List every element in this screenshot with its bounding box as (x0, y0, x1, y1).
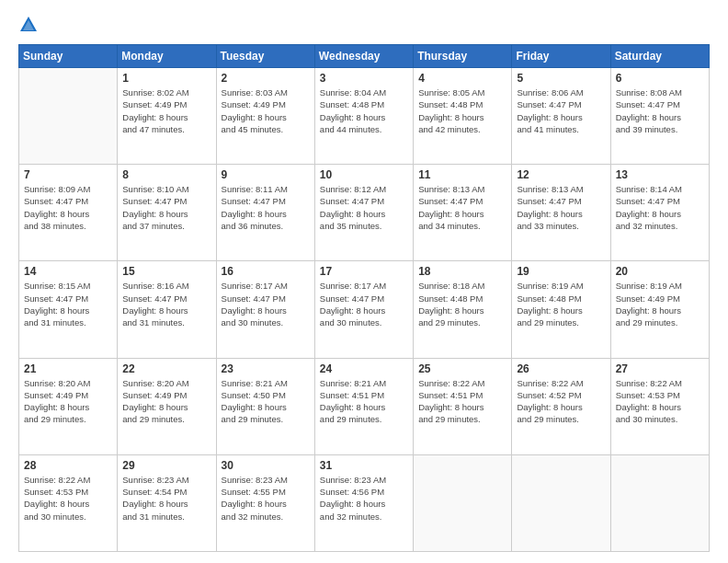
day-info: Sunrise: 8:11 AM Sunset: 4:47 PM Dayligh… (222, 183, 310, 232)
calendar-cell: 25Sunrise: 8:22 AM Sunset: 4:51 PM Dayli… (414, 358, 512, 454)
day-number: 26 (517, 362, 605, 375)
calendar-cell (19, 68, 118, 165)
day-number: 14 (24, 265, 112, 278)
day-number: 18 (418, 265, 506, 278)
day-number: 28 (24, 459, 112, 472)
calendar-cell: 12Sunrise: 8:13 AM Sunset: 4:47 PM Dayli… (512, 165, 610, 261)
calendar-cell: 1Sunrise: 8:02 AM Sunset: 4:49 PM Daylig… (118, 68, 216, 165)
day-info: Sunrise: 8:17 AM Sunset: 4:47 PM Dayligh… (320, 280, 408, 328)
calendar-week-row: 1Sunrise: 8:02 AM Sunset: 4:49 PM Daylig… (19, 68, 710, 165)
day-info: Sunrise: 8:16 AM Sunset: 4:47 PM Dayligh… (122, 280, 210, 328)
calendar-cell: 15Sunrise: 8:16 AM Sunset: 4:47 PM Dayli… (118, 261, 216, 358)
day-number: 13 (616, 168, 704, 181)
calendar-cell: 2Sunrise: 8:03 AM Sunset: 4:49 PM Daylig… (216, 68, 314, 165)
calendar-week-row: 7Sunrise: 8:09 AM Sunset: 4:47 PM Daylig… (19, 165, 710, 261)
calendar-cell: 21Sunrise: 8:20 AM Sunset: 4:49 PM Dayli… (19, 358, 118, 454)
day-info: Sunrise: 8:20 AM Sunset: 4:49 PM Dayligh… (122, 377, 210, 426)
day-number: 15 (122, 265, 210, 278)
day-number: 25 (418, 362, 506, 375)
day-number: 9 (222, 168, 310, 181)
day-info: Sunrise: 8:10 AM Sunset: 4:47 PM Dayligh… (122, 183, 210, 232)
calendar-cell (414, 454, 512, 551)
day-info: Sunrise: 8:22 AM Sunset: 4:51 PM Dayligh… (418, 377, 506, 426)
weekday-monday: Monday (118, 45, 216, 68)
day-info: Sunrise: 8:22 AM Sunset: 4:52 PM Dayligh… (517, 377, 605, 426)
calendar-cell: 3Sunrise: 8:04 AM Sunset: 4:48 PM Daylig… (314, 68, 413, 165)
calendar-cell (512, 454, 610, 551)
day-number: 7 (24, 168, 112, 181)
calendar-cell: 27Sunrise: 8:22 AM Sunset: 4:53 PM Dayli… (610, 358, 709, 454)
day-info: Sunrise: 8:03 AM Sunset: 4:49 PM Dayligh… (222, 86, 310, 135)
calendar-cell: 10Sunrise: 8:12 AM Sunset: 4:47 PM Dayli… (314, 165, 413, 261)
page: SundayMondayTuesdayWednesdayThursdayFrid… (0, 0, 728, 563)
day-info: Sunrise: 8:18 AM Sunset: 4:48 PM Dayligh… (418, 280, 506, 328)
calendar-cell (610, 454, 709, 551)
day-info: Sunrise: 8:22 AM Sunset: 4:53 PM Dayligh… (24, 474, 112, 523)
day-number: 4 (418, 72, 506, 85)
calendar-cell: 17Sunrise: 8:17 AM Sunset: 4:47 PM Dayli… (314, 261, 413, 358)
day-number: 8 (122, 168, 210, 181)
calendar-cell: 20Sunrise: 8:19 AM Sunset: 4:49 PM Dayli… (610, 261, 709, 358)
weekday-friday: Friday (512, 45, 610, 68)
day-info: Sunrise: 8:20 AM Sunset: 4:49 PM Dayligh… (24, 377, 112, 426)
day-number: 10 (320, 168, 408, 181)
day-info: Sunrise: 8:19 AM Sunset: 4:48 PM Dayligh… (517, 280, 605, 328)
calendar-cell: 9Sunrise: 8:11 AM Sunset: 4:47 PM Daylig… (216, 165, 314, 261)
calendar-cell: 30Sunrise: 8:23 AM Sunset: 4:55 PM Dayli… (216, 454, 314, 551)
day-info: Sunrise: 8:08 AM Sunset: 4:47 PM Dayligh… (616, 86, 704, 135)
header (18, 17, 710, 35)
day-info: Sunrise: 8:13 AM Sunset: 4:47 PM Dayligh… (418, 183, 506, 232)
day-info: Sunrise: 8:05 AM Sunset: 4:48 PM Dayligh… (418, 86, 506, 135)
day-info: Sunrise: 8:09 AM Sunset: 4:47 PM Dayligh… (24, 183, 112, 232)
day-number: 5 (517, 72, 605, 85)
calendar-week-row: 21Sunrise: 8:20 AM Sunset: 4:49 PM Dayli… (19, 358, 710, 454)
day-number: 29 (122, 459, 210, 472)
logo (18, 17, 42, 35)
calendar-cell: 26Sunrise: 8:22 AM Sunset: 4:52 PM Dayli… (512, 358, 610, 454)
day-number: 21 (24, 362, 112, 375)
day-info: Sunrise: 8:17 AM Sunset: 4:47 PM Dayligh… (222, 280, 310, 328)
day-number: 17 (320, 265, 408, 278)
day-number: 1 (122, 72, 210, 85)
calendar-cell: 6Sunrise: 8:08 AM Sunset: 4:47 PM Daylig… (610, 68, 709, 165)
day-info: Sunrise: 8:13 AM Sunset: 4:47 PM Dayligh… (517, 183, 605, 232)
day-info: Sunrise: 8:04 AM Sunset: 4:48 PM Dayligh… (320, 86, 408, 135)
day-info: Sunrise: 8:06 AM Sunset: 4:47 PM Dayligh… (517, 86, 605, 135)
calendar-cell: 23Sunrise: 8:21 AM Sunset: 4:50 PM Dayli… (216, 358, 314, 454)
day-info: Sunrise: 8:14 AM Sunset: 4:47 PM Dayligh… (616, 183, 704, 232)
day-info: Sunrise: 8:21 AM Sunset: 4:50 PM Dayligh… (222, 377, 310, 426)
calendar-cell: 18Sunrise: 8:18 AM Sunset: 4:48 PM Dayli… (414, 261, 512, 358)
weekday-sunday: Sunday (19, 45, 118, 68)
calendar-cell: 13Sunrise: 8:14 AM Sunset: 4:47 PM Dayli… (610, 165, 709, 261)
day-info: Sunrise: 8:23 AM Sunset: 4:56 PM Dayligh… (320, 474, 408, 523)
day-info: Sunrise: 8:15 AM Sunset: 4:47 PM Dayligh… (24, 280, 112, 328)
day-number: 27 (616, 362, 704, 375)
day-number: 23 (222, 362, 310, 375)
day-number: 3 (320, 72, 408, 85)
logo-icon (18, 15, 39, 35)
day-number: 19 (517, 265, 605, 278)
calendar-cell: 7Sunrise: 8:09 AM Sunset: 4:47 PM Daylig… (19, 165, 118, 261)
calendar-cell: 31Sunrise: 8:23 AM Sunset: 4:56 PM Dayli… (314, 454, 413, 551)
calendar-cell: 29Sunrise: 8:23 AM Sunset: 4:54 PM Dayli… (118, 454, 216, 551)
day-info: Sunrise: 8:22 AM Sunset: 4:53 PM Dayligh… (616, 377, 704, 426)
day-number: 16 (222, 265, 310, 278)
calendar-table: SundayMondayTuesdayWednesdayThursdayFrid… (18, 44, 710, 552)
calendar-cell: 22Sunrise: 8:20 AM Sunset: 4:49 PM Dayli… (118, 358, 216, 454)
calendar-week-row: 14Sunrise: 8:15 AM Sunset: 4:47 PM Dayli… (19, 261, 710, 358)
day-number: 30 (222, 459, 310, 472)
calendar-cell: 14Sunrise: 8:15 AM Sunset: 4:47 PM Dayli… (19, 261, 118, 358)
day-number: 20 (616, 265, 704, 278)
day-info: Sunrise: 8:12 AM Sunset: 4:47 PM Dayligh… (320, 183, 408, 232)
weekday-saturday: Saturday (610, 45, 709, 68)
day-info: Sunrise: 8:02 AM Sunset: 4:49 PM Dayligh… (122, 86, 210, 135)
day-number: 12 (517, 168, 605, 181)
day-info: Sunrise: 8:21 AM Sunset: 4:51 PM Dayligh… (320, 377, 408, 426)
day-number: 2 (222, 72, 310, 85)
weekday-thursday: Thursday (414, 45, 512, 68)
calendar-cell: 5Sunrise: 8:06 AM Sunset: 4:47 PM Daylig… (512, 68, 610, 165)
weekday-wednesday: Wednesday (314, 45, 413, 68)
calendar-cell: 4Sunrise: 8:05 AM Sunset: 4:48 PM Daylig… (414, 68, 512, 165)
weekday-tuesday: Tuesday (216, 45, 314, 68)
calendar-cell: 19Sunrise: 8:19 AM Sunset: 4:48 PM Dayli… (512, 261, 610, 358)
